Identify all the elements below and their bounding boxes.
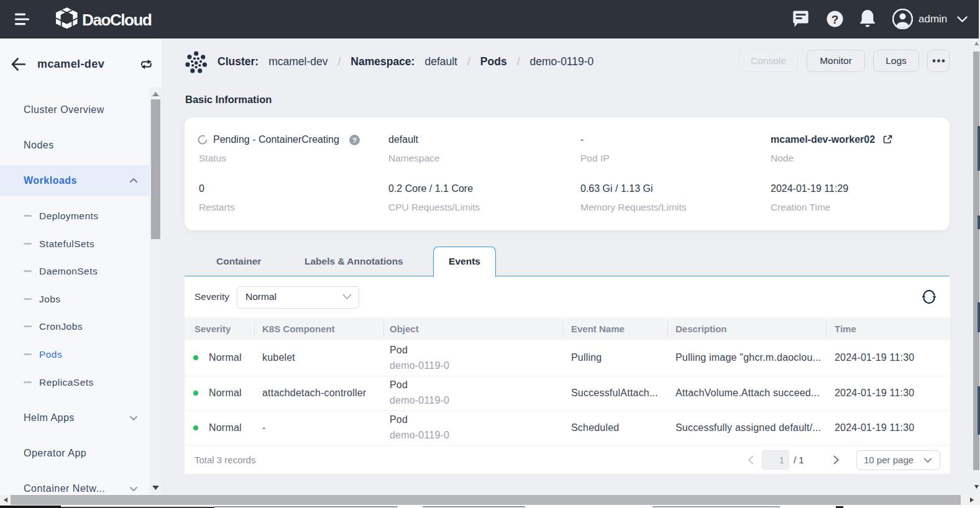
svg-text:?: ?	[831, 13, 839, 26]
svg-text:?: ?	[352, 137, 357, 144]
